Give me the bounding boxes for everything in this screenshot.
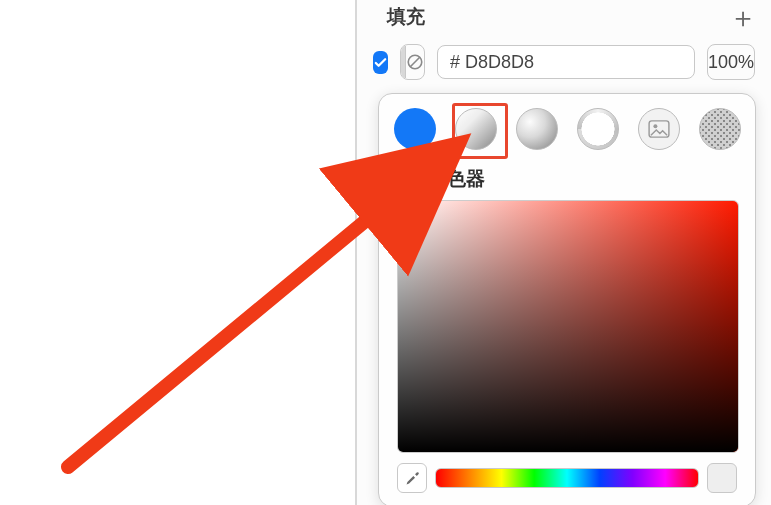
color-popover: ▼ 拾 色器 — [378, 93, 756, 505]
fill-row: 100% — [357, 36, 771, 88]
fill-type-noise[interactable] — [699, 108, 741, 150]
color-picker-section: ▼ 拾 色器 — [379, 166, 755, 493]
color-picker-header[interactable]: ▼ 拾 色器 — [397, 166, 737, 192]
fill-type-row — [379, 94, 755, 162]
picker-header-label: 色器 — [447, 166, 485, 192]
disclosure-triangle-icon: ▼ — [397, 168, 416, 190]
svg-point-3 — [653, 124, 657, 128]
fill-type-solid[interactable] — [394, 108, 436, 150]
fill-type-image[interactable] — [638, 108, 680, 150]
picker-bottom-row — [397, 463, 737, 493]
image-icon — [648, 120, 670, 138]
no-fill-icon — [406, 53, 424, 71]
saturation-lightness-picker[interactable] — [397, 200, 739, 453]
fill-enabled-checkbox[interactable] — [373, 51, 388, 74]
opacity-input[interactable]: 100% — [707, 44, 755, 80]
eyedropper-button[interactable] — [397, 463, 427, 493]
eyedropper-icon — [404, 470, 421, 487]
fill-section-header: 填充 ＋ — [357, 0, 771, 36]
hex-input[interactable] — [437, 45, 695, 79]
canvas-area[interactable] — [0, 0, 355, 505]
color-type-indicator — [405, 46, 424, 78]
lightness-gradient — [398, 201, 738, 452]
fill-type-radial[interactable] — [516, 108, 558, 150]
svg-line-1 — [410, 57, 420, 67]
checkmark-icon — [373, 55, 388, 70]
add-fill-button[interactable]: ＋ — [729, 4, 757, 32]
hue-slider[interactable] — [435, 468, 699, 488]
current-color-preview — [707, 463, 737, 493]
color-swatch-button[interactable] — [400, 44, 425, 80]
fill-type-angular[interactable] — [577, 108, 619, 150]
annotation-highlight-box — [452, 103, 508, 159]
fill-section-title: 填充 — [387, 6, 425, 27]
